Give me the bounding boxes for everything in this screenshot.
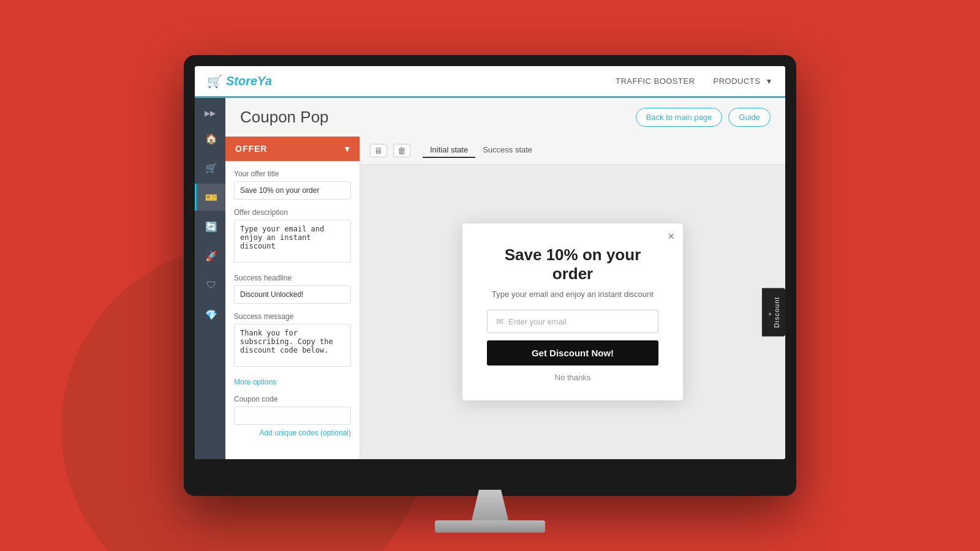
success-headline-label: Success headline <box>234 274 351 282</box>
coupon-code-input[interactable] <box>234 407 351 425</box>
form-body: Your offer title Offer description Type … <box>225 161 360 454</box>
success-headline-group: Success headline <box>234 274 351 304</box>
offer-title-group: Your offer title <box>234 170 351 200</box>
offer-title-input[interactable] <box>234 181 351 200</box>
header-buttons: Back to main page Guide <box>636 108 771 127</box>
offer-chevron-icon: ▾ <box>345 144 350 154</box>
stand-base <box>435 520 545 533</box>
sidebar-item-cart[interactable]: 🛒 <box>195 154 225 181</box>
preview-canvas: × Save 10% on your order Type your email… <box>360 165 785 459</box>
monitor: 🛒 StoreYa TRAFFIC BOOSTER PRODUCTS ▼ ▶▶ … <box>184 55 796 496</box>
cart-icon: 🛒 <box>205 162 217 174</box>
top-navigation: 🛒 StoreYa TRAFFIC BOOSTER PRODUCTS ▼ <box>195 66 785 98</box>
delete-button[interactable]: 🗑 <box>393 144 410 157</box>
email-icon: ✉ <box>496 317 503 326</box>
ticket-icon: 🎫 <box>205 192 217 203</box>
discount-tab-container: × Discount <box>762 288 785 336</box>
products-chevron-icon: ▼ <box>766 77 773 86</box>
trash-icon: 🗑 <box>398 146 406 156</box>
nav-links: TRAFFIC BOOSTER PRODUCTS ▼ <box>616 77 773 86</box>
monitor-stand <box>435 490 545 533</box>
cart-logo-icon: 🛒 <box>207 74 222 89</box>
discount-tab-close[interactable]: × <box>767 300 773 328</box>
discount-tab[interactable]: × Discount <box>762 288 785 336</box>
sidebar-item-diamond[interactable]: 💎 <box>195 301 225 328</box>
page-title: Coupon Pop <box>240 108 329 127</box>
sidebar-item-refresh[interactable]: 🔄 <box>195 213 225 240</box>
home-icon: 🏠 <box>205 133 217 144</box>
coupon-code-group: Coupon code Add unique codes (optional) <box>234 395 351 437</box>
no-thanks-link[interactable]: No thanks <box>487 373 658 382</box>
success-message-textarea[interactable]: Thank you for subscribing. Copy the disc… <box>234 324 351 367</box>
offer-label: OFFER <box>235 144 267 154</box>
preview-toolbar: 🖥 🗑 Initial state Success state <box>360 137 785 165</box>
offer-description-textarea[interactable]: Type your email and enjoy an instant dis… <box>234 220 351 263</box>
coupon-code-label: Coupon code <box>234 395 351 403</box>
get-discount-button[interactable]: Get Discount Now! <box>487 340 658 365</box>
state-tabs: Initial state Success state <box>423 143 540 158</box>
sidebar-item-home[interactable]: 🏠 <box>195 125 225 152</box>
popup-modal: × Save 10% on your order Type your email… <box>462 223 683 400</box>
sidebar-item-rocket[interactable]: 🚀 <box>195 242 225 269</box>
popup-close-button[interactable]: × <box>668 231 674 242</box>
guide-button[interactable]: Guide <box>728 108 771 127</box>
back-to-main-button[interactable]: Back to main page <box>636 108 723 127</box>
add-unique-codes-link[interactable]: Add unique codes (optional) <box>234 429 351 437</box>
tab-initial-state[interactable]: Initial state <box>423 143 475 158</box>
content-row: OFFER ▾ Your offer title Offer descripti… <box>225 137 785 459</box>
page-content: Coupon Pop Back to main page Guide OFFER… <box>225 98 785 459</box>
tab-success-state[interactable]: Success state <box>475 143 540 158</box>
rocket-icon: 🚀 <box>205 250 217 262</box>
offer-description-label: Offer description <box>234 208 351 217</box>
success-headline-input[interactable] <box>234 285 351 304</box>
desktop-icon: 🖥 <box>374 146 383 156</box>
offer-title-label: Your offer title <box>234 170 351 178</box>
stand-neck <box>472 490 508 520</box>
refresh-icon: 🔄 <box>205 221 217 233</box>
more-options-link[interactable]: More options <box>234 378 351 386</box>
sidebar-item-shield[interactable]: 🛡 <box>195 272 225 299</box>
email-placeholder-text: Enter your email <box>508 317 567 326</box>
shield-icon: 🛡 <box>206 280 216 291</box>
form-panel: OFFER ▾ Your offer title Offer descripti… <box>225 137 360 459</box>
page-header: Coupon Pop Back to main page Guide <box>225 98 785 137</box>
preview-area: 🖥 🗑 Initial state Success state <box>360 137 785 459</box>
popup-title: Save 10% on your order <box>487 246 658 283</box>
main-area: ▶▶ 🏠 🛒 🎫 🔄 🚀 🛡 <box>195 98 785 459</box>
sidebar-item-coupon[interactable]: 🎫 <box>195 184 225 211</box>
popup-description: Type your email and enjoy an instant dis… <box>487 290 658 299</box>
offer-section-header[interactable]: OFFER ▾ <box>225 137 360 161</box>
sidebar: ▶▶ 🏠 🛒 🎫 🔄 🚀 🛡 <box>195 98 225 459</box>
logo-area: 🛒 StoreYa <box>207 74 616 89</box>
success-message-group: Success message Thank you for subscribin… <box>234 312 351 369</box>
offer-description-group: Offer description Type your email and en… <box>234 208 351 265</box>
diamond-icon: 💎 <box>205 309 217 321</box>
popup-email-field[interactable]: ✉ Enter your email <box>487 310 658 333</box>
screen: 🛒 StoreYa TRAFFIC BOOSTER PRODUCTS ▼ ▶▶ … <box>195 66 785 459</box>
desktop-view-button[interactable]: 🖥 <box>370 144 387 157</box>
sidebar-toggle[interactable]: ▶▶ <box>195 104 225 122</box>
logo-text: StoreYa <box>226 74 272 88</box>
products-link[interactable]: PRODUCTS ▼ <box>714 77 773 86</box>
traffic-booster-link[interactable]: TRAFFIC BOOSTER <box>616 77 695 86</box>
success-message-label: Success message <box>234 312 351 321</box>
